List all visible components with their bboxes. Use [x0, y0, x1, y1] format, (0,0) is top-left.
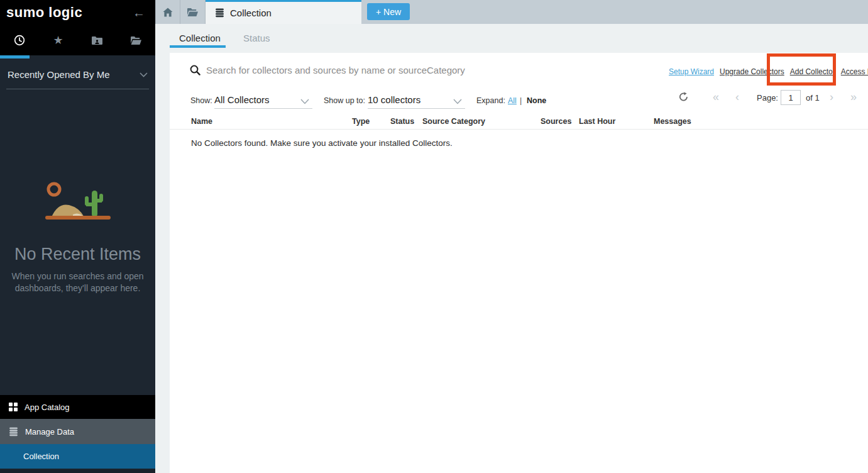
show-filter-underline	[214, 108, 312, 109]
grid-icon	[9, 403, 18, 411]
logo-bar: sumo logic ←	[0, 0, 155, 25]
sidebar-item-personal-folders[interactable]	[116, 25, 155, 55]
first-page-button[interactable]: «	[713, 91, 719, 104]
empty-collectors-message: No Collectors found. Make sure you activ…	[191, 138, 453, 148]
desert-illustration	[34, 179, 122, 225]
database-icon	[215, 8, 224, 18]
sidebar: sumo logic ← ★ Recently O	[0, 0, 155, 473]
setup-wizard-link[interactable]: Setup Wizard	[669, 67, 714, 76]
column-header-source-category[interactable]: Source Category	[422, 117, 485, 126]
active-nav-indicator	[0, 55, 30, 58]
subtab-row: Collection Status	[155, 24, 868, 53]
main-area: Collection + New Collection Status Setup…	[155, 0, 868, 473]
collapse-sidebar-icon[interactable]: ←	[133, 6, 145, 20]
toolbar-links: Setup Wizard Upgrade Collectors Add Coll…	[669, 67, 868, 76]
page-label: Page:	[757, 93, 778, 103]
refresh-button[interactable]	[679, 92, 688, 104]
column-header-last-hour[interactable]: Last Hour	[579, 117, 615, 126]
last-page-button[interactable]: »	[850, 91, 857, 104]
expand-label: Expand:	[476, 96, 505, 105]
sidebar-bottom-menu: App Catalog Manage Data Collection	[0, 395, 155, 473]
collection-panel: Setup Wizard Upgrade Collectors Add Coll…	[170, 53, 868, 473]
add-collector-link[interactable]: Add Collector	[790, 67, 835, 76]
subtab-status[interactable]: Status	[243, 33, 270, 43]
recent-items-selector-label: Recently Opened By Me	[8, 69, 110, 80]
refresh-icon	[679, 92, 688, 102]
sidebar-item-manage-data[interactable]: Manage Data	[0, 419, 155, 444]
app-catalog-label: App Catalog	[25, 403, 70, 412]
recent-items-selector[interactable]: Recently Opened By Me	[6, 69, 149, 89]
chevron-down-icon	[140, 72, 148, 77]
expand-all-link[interactable]: All	[508, 96, 517, 105]
new-button[interactable]: + New	[367, 3, 410, 20]
access-keys-link[interactable]: Access Keys	[841, 67, 868, 76]
column-header-messages[interactable]: Messages	[654, 117, 691, 126]
show-up-to-underline	[368, 108, 465, 109]
tab-collection[interactable]: Collection	[206, 0, 361, 24]
chevron-down-icon[interactable]	[453, 97, 462, 106]
search-input[interactable]	[206, 61, 596, 79]
home-icon	[163, 8, 173, 17]
show-filter-select[interactable]: All Collectors	[214, 94, 270, 105]
show-up-to-label: Show up to:	[324, 96, 365, 105]
show-up-to-select[interactable]: 10 collectors	[368, 94, 420, 105]
collectors-table-header: Name Type Status Source Category Sources…	[170, 114, 868, 130]
star-icon: ★	[53, 35, 63, 46]
clock-icon	[14, 35, 25, 46]
sidebar-icon-nav: ★	[0, 25, 155, 55]
table-header-divider	[170, 129, 868, 130]
search-icon	[190, 65, 201, 78]
column-header-name[interactable]: Name	[191, 117, 212, 126]
next-page-button[interactable]: ›	[830, 91, 833, 104]
sidebar-item-favorites[interactable]: ★	[39, 25, 78, 55]
sidebar-item-app-catalog[interactable]: App Catalog	[0, 395, 155, 419]
sidebar-empty-state: No Recent Items When you run searches an…	[0, 179, 155, 294]
expand-separator: |	[520, 96, 522, 105]
tab-collection-label: Collection	[230, 8, 272, 18]
upgrade-collectors-link[interactable]: Upgrade Collectors	[720, 67, 784, 76]
folder-icon	[130, 36, 142, 45]
page-of-label: of 1	[806, 93, 820, 103]
shared-folder-icon	[91, 36, 103, 45]
manage-data-label: Manage Data	[25, 427, 74, 437]
sidebar-item-shared-folders[interactable]	[78, 25, 117, 55]
show-filter-label: Show:	[190, 96, 212, 105]
column-header-type[interactable]: Type	[352, 117, 370, 126]
expand-none-link[interactable]: None	[527, 96, 546, 105]
column-header-status[interactable]: Status	[390, 117, 414, 126]
sidebar-item-recents[interactable]	[0, 25, 39, 55]
top-tab-strip: Collection + New	[155, 0, 868, 24]
collection-label: Collection	[23, 452, 59, 461]
no-recent-items-title: No Recent Items	[0, 245, 155, 264]
prev-page-button[interactable]: ‹	[735, 91, 739, 104]
sidebar-bottom-strip	[0, 469, 155, 473]
no-recent-items-description: When you run searches and open dashboard…	[11, 270, 144, 294]
active-subtab-underline	[170, 45, 226, 48]
chevron-down-icon[interactable]	[300, 97, 309, 106]
page-number-input[interactable]	[781, 90, 801, 105]
sidebar-item-collection[interactable]: Collection	[0, 444, 155, 469]
column-header-sources[interactable]: Sources	[541, 117, 571, 126]
database-icon	[9, 427, 18, 437]
home-button[interactable]	[155, 0, 180, 24]
search-row: Setup Wizard Upgrade Collectors Add Coll…	[170, 53, 868, 88]
open-folder-icon	[187, 8, 199, 17]
subtab-collection[interactable]: Collection	[179, 33, 221, 43]
library-button[interactable]	[180, 0, 206, 24]
sumo-logic-logo: sumo logic	[6, 4, 82, 21]
